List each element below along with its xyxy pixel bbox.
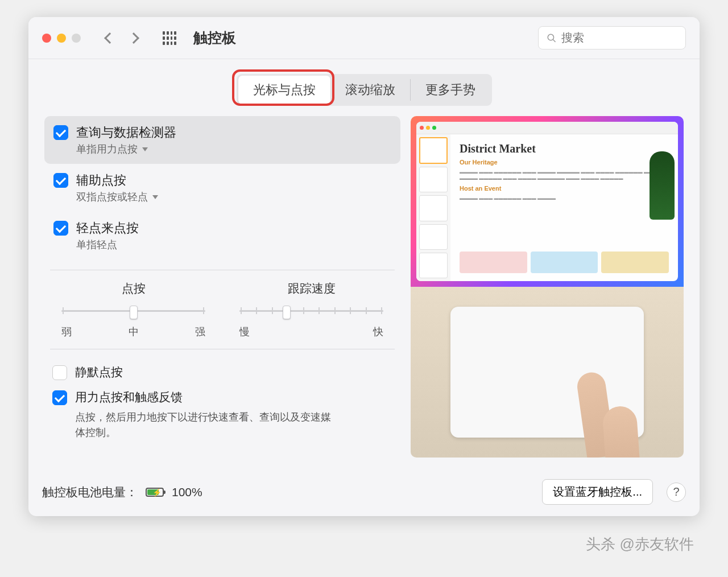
battery-percent: 100%	[172, 485, 202, 499]
footer: 触控板电池电量： ⚡ 100% 设置蓝牙触控板... ?	[28, 469, 700, 516]
tab-scroll-zoom[interactable]: 滚动缩放	[330, 76, 410, 104]
tab-more-gestures[interactable]: 更多手势	[411, 76, 490, 104]
option-lookup[interactable]: 查询与数据检测器 单指用力点按	[44, 116, 400, 164]
option-sub[interactable]: 双指点按或轻点	[76, 190, 158, 204]
checkbox-secondary[interactable]	[53, 173, 68, 188]
forward-icon[interactable]	[128, 32, 139, 44]
option-force-click[interactable]: 用力点按和触感反馈	[52, 385, 392, 410]
traffic-lights	[42, 34, 81, 43]
divider	[50, 270, 395, 270]
slider-thumb[interactable]	[283, 306, 291, 319]
show-all-icon[interactable]	[163, 31, 176, 45]
option-silent-click[interactable]: 静默点按	[52, 360, 392, 385]
checkbox-force[interactable]	[52, 390, 67, 405]
tracking-slider[interactable]	[239, 302, 383, 319]
svg-point-0	[548, 34, 553, 40]
tab-point-click[interactable]: 光标与点按	[238, 76, 330, 104]
setup-bluetooth-button[interactable]: 设置蓝牙触控板...	[542, 479, 653, 505]
option-sub: 单指轻点	[76, 238, 139, 252]
tab-bar: 光标与点按 滚动缩放 更多手势	[237, 74, 492, 106]
preview-column: District Market Our Heritage ▬▬▬▬ ▬▬▬ ▬▬…	[411, 116, 684, 458]
minimize-icon[interactable]	[57, 34, 66, 43]
option-description: 点按，然后用力地按下以进行快速查看、查询以及变速媒体控制。	[75, 410, 337, 440]
option-title: 辅助点按	[76, 172, 158, 189]
option-sub[interactable]: 单指用力点按	[76, 142, 176, 156]
preview-desktop: District Market Our Heritage ▬▬▬▬ ▬▬▬ ▬▬…	[411, 116, 684, 287]
option-title: 轻点来点按	[76, 220, 139, 237]
option-secondary-click[interactable]: 辅助点按 双指点按或轻点	[44, 164, 400, 212]
battery-label: 触控板电池电量：	[42, 484, 138, 500]
checkbox-tap[interactable]	[53, 221, 68, 236]
svg-line-1	[553, 39, 555, 42]
preview-trackpad	[411, 287, 684, 458]
back-icon[interactable]	[104, 32, 115, 44]
preferences-window: 触控板 光标与点按 滚动缩放 更多手势 查询与数据检测器	[28, 17, 700, 516]
zoom-icon[interactable]	[72, 34, 81, 43]
chevron-down-icon	[142, 147, 148, 151]
nav-arrows	[106, 34, 138, 42]
close-icon[interactable]	[42, 34, 51, 43]
divider	[50, 349, 395, 349]
checkbox-silent[interactable]	[52, 365, 67, 380]
preview-doc-title: District Market	[460, 142, 669, 155]
slider-tracking: 跟踪速度 慢 快	[239, 281, 383, 339]
checkbox-lookup[interactable]	[53, 125, 68, 140]
titlebar: 触控板	[28, 17, 700, 59]
hand-graphic	[564, 366, 644, 458]
chevron-down-icon	[152, 195, 158, 199]
search-input[interactable]	[561, 31, 677, 44]
content-area: 光标与点按 滚动缩放 更多手势 查询与数据检测器 单指用力点按	[28, 59, 700, 469]
option-tap-to-click[interactable]: 轻点来点按 单指轻点	[44, 212, 400, 259]
search-field[interactable]	[538, 26, 686, 50]
help-button[interactable]: ?	[667, 483, 686, 502]
slider-click: 点按 弱 中 强	[61, 281, 205, 339]
slider-thumb[interactable]	[130, 306, 138, 319]
click-slider[interactable]	[61, 302, 205, 319]
window-title: 触控板	[193, 28, 236, 47]
battery-icon: ⚡	[146, 488, 164, 497]
options-column: 查询与数据检测器 单指用力点按 辅助点按 双指点按或轻点	[44, 116, 400, 458]
option-title: 查询与数据检测器	[76, 124, 176, 141]
search-icon	[547, 32, 557, 44]
